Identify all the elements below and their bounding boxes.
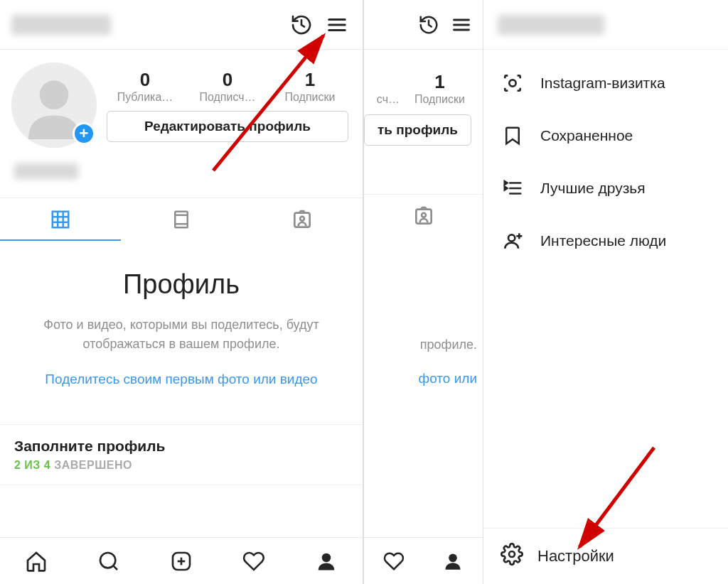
svg-point-37 xyxy=(509,551,515,557)
svg-point-4 xyxy=(40,80,69,109)
svg-line-16 xyxy=(114,566,117,569)
settings-gear-icon xyxy=(500,543,523,570)
header xyxy=(0,0,363,50)
drawer-username-blurred xyxy=(498,15,604,35)
stat-following[interactable]: 1 Подписки xyxy=(269,69,351,104)
empty-desc: Фото и видео, которыми вы поделитесь, бу… xyxy=(21,315,341,354)
activity-history-icon[interactable] xyxy=(287,11,316,39)
add-story-badge[interactable]: + xyxy=(73,122,95,145)
bottom-nav xyxy=(0,537,363,584)
tab-feed[interactable] xyxy=(121,198,242,241)
username-blurred xyxy=(11,15,111,35)
fill-title: Заполните профиль xyxy=(14,438,348,455)
activity-history-icon[interactable] xyxy=(414,11,443,39)
profile-tabs xyxy=(0,198,363,241)
drawer-label: Интересные люди xyxy=(540,232,666,249)
nav-profile-icon[interactable] xyxy=(290,538,363,584)
svg-point-14 xyxy=(300,217,304,221)
svg-point-28 xyxy=(509,80,515,86)
svg-rect-5 xyxy=(53,212,69,228)
drawer-item-discover[interactable]: Интересные люди xyxy=(483,215,728,267)
menu-drawer-screen: сч… 1 Подписки ть профиль профиле. фото … xyxy=(364,0,728,584)
nametag-icon xyxy=(500,71,525,95)
stat-posts[interactable]: 0 Публика… xyxy=(104,69,186,104)
drawer-label: Сохраненное xyxy=(540,127,633,144)
discover-people-icon xyxy=(500,229,525,253)
empty-desc-cut: профиле. xyxy=(364,315,483,355)
stat-following-label: Подписки xyxy=(269,91,351,104)
share-link-cut: фото или xyxy=(364,355,483,389)
svg-point-20 xyxy=(322,553,331,562)
drawer-header xyxy=(483,0,728,50)
svg-rect-10 xyxy=(175,212,188,228)
side-drawer: Instagram-визитка Сохраненное Лучшие дру… xyxy=(483,0,728,584)
svg-point-27 xyxy=(449,553,457,562)
stat-posts-label: Публика… xyxy=(104,91,186,104)
nav-search-icon[interactable] xyxy=(73,538,145,584)
partial-profile-behind: сч… 1 Подписки ть профиль профиле. фото … xyxy=(364,0,483,584)
drawer-item-saved[interactable]: Сохраненное xyxy=(483,109,728,162)
drawer-item-close-friends[interactable]: Лучшие друзья xyxy=(483,162,728,215)
svg-point-15 xyxy=(100,553,115,568)
stat-following[interactable]: 1 Подписки xyxy=(404,71,476,106)
svg-marker-33 xyxy=(505,187,508,190)
nav-activity-icon[interactable] xyxy=(218,538,290,584)
tab-tagged[interactable] xyxy=(364,194,483,237)
hamburger-menu-icon[interactable] xyxy=(323,11,351,39)
drawer-item-nametag[interactable]: Instagram-визитка xyxy=(483,57,728,109)
stat-followers-label: Подписч… xyxy=(186,91,269,104)
stat-posts-num: 0 xyxy=(104,69,186,91)
nav-home-icon[interactable] xyxy=(0,538,73,584)
bookmark-icon xyxy=(500,124,525,148)
drawer-label: Лучшие друзья xyxy=(540,180,646,197)
tab-grid[interactable] xyxy=(0,198,121,241)
avatar-wrap[interactable]: + xyxy=(11,63,97,148)
stat-followers[interactable]: 0 Подписч… xyxy=(186,69,269,104)
nav-add-icon[interactable] xyxy=(145,538,218,584)
empty-profile-block: Профиль Фото и видео, которыми вы подели… xyxy=(0,241,363,411)
empty-title: Профиль xyxy=(21,269,341,300)
fill-progress: 2 ИЗ 4 ЗАВЕРШЕНО xyxy=(14,459,348,472)
svg-point-26 xyxy=(422,212,426,217)
nav-profile-icon[interactable] xyxy=(424,538,483,584)
stat-following-num: 1 xyxy=(269,69,351,91)
nav-activity-icon[interactable] xyxy=(364,538,424,584)
profile-stats-row: + 0 Публика… 0 Подписч… 1 Подписки Редак… xyxy=(0,50,363,153)
svg-marker-32 xyxy=(505,181,508,185)
stat-followers-num: 0 xyxy=(186,69,269,91)
svg-point-34 xyxy=(508,234,515,241)
close-friends-icon xyxy=(500,176,525,200)
display-name-blurred xyxy=(14,163,78,179)
drawer-settings[interactable]: Настройки xyxy=(483,528,728,584)
stat-followers-label-cut: сч… xyxy=(364,93,400,106)
edit-profile-button-cut[interactable]: ть профиль xyxy=(364,114,471,146)
share-first-link[interactable]: Поделитесь своим первым фото или видео xyxy=(45,369,317,390)
settings-label: Настройки xyxy=(537,547,614,566)
tab-tagged[interactable] xyxy=(242,198,363,241)
edit-profile-button[interactable]: Редактировать профиль xyxy=(107,111,348,142)
hamburger-menu-icon[interactable] xyxy=(447,11,476,39)
fill-profile-card[interactable]: Заполните профиль 2 ИЗ 4 ЗАВЕРШЕНО xyxy=(0,424,363,485)
profile-screen: + 0 Публика… 0 Подписч… 1 Подписки Редак… xyxy=(0,0,364,584)
drawer-label: Instagram-визитка xyxy=(540,75,665,92)
